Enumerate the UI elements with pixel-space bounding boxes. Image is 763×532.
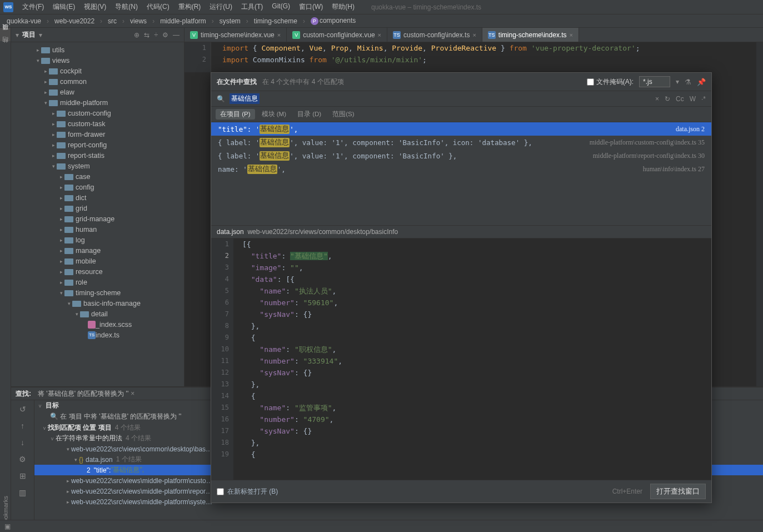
find-tab[interactable]: 将 '基础信息' 的匹配项替换为 '' × <box>34 389 138 399</box>
breadcrumb-item[interactable]: src <box>106 17 119 25</box>
close-icon[interactable]: × <box>570 32 573 38</box>
menu-item[interactable]: 文件(F) <box>18 1 48 13</box>
chevron-icon[interactable]: ▾ <box>66 301 72 306</box>
tree-node[interactable]: TSindex.ts <box>11 330 184 340</box>
breadcrumb-item[interactable]: middle-platform <box>158 17 208 25</box>
chevron-icon[interactable]: ▸ <box>58 258 64 264</box>
search-result-row[interactable]: name: '基础信息',human\info\index.ts 27 <box>211 162 711 176</box>
sidebar-tool-icon[interactable]: ⚙ <box>162 31 168 39</box>
tree-node[interactable]: ▸config <box>11 182 184 192</box>
tree-node[interactable]: ▾basic-info-manage <box>11 298 184 309</box>
chevron-icon[interactable]: ▸ <box>50 121 57 127</box>
pin-icon[interactable]: 📌 <box>697 78 706 86</box>
chevron-icon[interactable]: ▸ <box>58 269 64 275</box>
sidebar-tool-icon[interactable]: ÷ <box>154 31 158 39</box>
chevron-icon[interactable]: ▸ <box>42 68 49 74</box>
search-results[interactable]: "title": '基础信息',data.json 2{ label: '基础信… <box>211 122 711 225</box>
chevron-icon[interactable]: ▾ <box>42 100 49 106</box>
tree-node[interactable]: ▸resource <box>11 266 184 277</box>
tree-node[interactable]: ▸report-statis <box>11 150 184 161</box>
project-dropdown-icon[interactable]: ▾ <box>16 31 19 39</box>
chevron-icon[interactable]: ▸ <box>50 142 57 148</box>
search-result-row[interactable]: { label: '基础信息', value: '1', component: … <box>211 149 711 162</box>
preview-pane[interactable]: 12345678910111213141516171819 [{ "title"… <box>211 238 711 480</box>
chevron-icon[interactable]: ▸ <box>58 206 64 211</box>
tree-node[interactable]: ▸log <box>11 235 184 245</box>
tree-node[interactable]: ▸custom-task <box>11 118 184 129</box>
close-icon[interactable]: × <box>378 32 381 38</box>
chevron-icon[interactable]: ▸ <box>34 47 41 53</box>
menu-item[interactable]: 窗口(W) <box>295 1 327 13</box>
search-option-icon[interactable]: Cc <box>676 95 684 103</box>
breadcrumb-item[interactable]: timing-scheme <box>252 17 300 25</box>
open-new-tab-check[interactable]: 在新标签打开 (B) <box>217 487 278 496</box>
menu-item[interactable]: 视图(V) <box>79 1 111 13</box>
chevron-icon[interactable]: ▸ <box>58 195 64 201</box>
find-tool-icon[interactable]: ▥ <box>19 488 26 497</box>
tree-node[interactable]: ▸grid-manage <box>11 213 184 224</box>
find-tool-icon[interactable]: ⊞ <box>19 471 26 480</box>
tree-node[interactable]: ▸grid <box>11 203 184 213</box>
chevron-icon[interactable]: ▸ <box>42 90 49 95</box>
close-icon[interactable]: × <box>472 32 476 38</box>
chevron-icon[interactable]: ▾ <box>34 58 41 63</box>
editor-content[interactable]: import { Component, Vue, Prop, Mixins, P… <box>211 42 640 72</box>
tree-node[interactable]: _index.scss <box>11 319 184 330</box>
editor-tab[interactable]: TScustom-config\index.ts× <box>387 28 482 42</box>
chevron-icon[interactable]: ▸ <box>58 227 64 232</box>
chevron-icon[interactable]: ▸ <box>58 237 64 243</box>
breadcrumb-item[interactable]: web-vue2022 <box>52 17 97 25</box>
tree-node[interactable]: ▾middle-platform <box>11 97 184 108</box>
editor-tab[interactable]: Vtiming-scheme\index.vue× <box>184 28 287 42</box>
menu-item[interactable]: 代码(C) <box>142 1 174 13</box>
search-result-row[interactable]: { label: '基础信息', value: '1', component: … <box>211 136 711 149</box>
menu-item[interactable]: 工具(T) <box>237 1 267 13</box>
tree-node[interactable]: ▸case <box>11 171 184 182</box>
file-mask-input[interactable] <box>639 76 670 87</box>
search-option-icon[interactable]: ↻ <box>665 95 670 103</box>
menu-item[interactable]: 编辑(E) <box>48 1 79 13</box>
tree-node[interactable]: ▸manage <box>11 245 184 256</box>
sidebar-tool-icon[interactable]: ⇆ <box>144 31 149 39</box>
tree-node[interactable]: ▾views <box>11 55 184 66</box>
menu-item[interactable]: 运行(U) <box>205 1 237 13</box>
scope-button[interactable]: 模块 (M) <box>257 109 291 120</box>
close-icon[interactable]: × <box>131 390 134 397</box>
menu-item[interactable]: 导航(N) <box>111 1 142 13</box>
tree-node[interactable]: ▾timing-scheme <box>11 287 184 298</box>
tree-node[interactable]: ▸human <box>11 224 184 235</box>
tree-node[interactable]: ▸role <box>11 277 184 287</box>
tree-node[interactable]: ▸dict <box>11 192 184 203</box>
tree-node[interactable]: ▸form-drawer <box>11 129 184 140</box>
chevron-icon[interactable]: ▸ <box>42 79 49 84</box>
breadcrumb-item[interactable]: system <box>217 17 243 25</box>
status-icon[interactable]: ▣ <box>4 523 11 530</box>
search-option-icon[interactable]: W <box>690 95 696 103</box>
search-term[interactable]: 基础信息 <box>230 93 260 104</box>
chevron-icon[interactable]: ▸ <box>58 174 64 180</box>
menu-item[interactable]: 重构(R) <box>174 1 206 13</box>
sidebar-tool-icon[interactable]: ⊕ <box>134 31 139 39</box>
close-icon[interactable]: × <box>277 32 281 38</box>
scope-button[interactable]: 目录 (D) <box>293 109 326 120</box>
tree-node[interactable]: ▸elaw <box>11 87 184 97</box>
scope-button[interactable]: 在项目 (P) <box>216 109 255 120</box>
tree-node[interactable]: ▾system <box>11 161 184 171</box>
chevron-icon[interactable]: ▸ <box>58 248 64 253</box>
tree-node[interactable]: ▾detail <box>11 309 184 319</box>
chevron-icon[interactable]: ▸ <box>50 111 57 116</box>
find-tool-icon[interactable]: ⚙ <box>19 455 26 464</box>
search-option-icon[interactable]: ·* <box>701 95 706 103</box>
chevron-icon[interactable]: ▸ <box>50 153 57 158</box>
menu-item[interactable]: Git(G) <box>267 1 295 13</box>
scope-button[interactable]: 范围(S) <box>328 109 358 120</box>
tree-node[interactable]: ▸mobile <box>11 256 184 266</box>
search-result-row[interactable]: "title": '基础信息',data.json 2 <box>211 122 711 136</box>
tool-tab-structure[interactable]: 结构 <box>0 41 11 54</box>
chevron-icon[interactable]: ▾ <box>50 163 57 169</box>
tree-node[interactable]: ▸utils <box>11 44 184 55</box>
chevron-icon[interactable]: ▸ <box>58 280 64 285</box>
filter-icon[interactable]: ⚗ <box>685 78 691 86</box>
editor-tab[interactable]: Vcustom-config\index.vue× <box>287 28 387 42</box>
tree-node[interactable]: ▸cockpit <box>11 66 184 76</box>
